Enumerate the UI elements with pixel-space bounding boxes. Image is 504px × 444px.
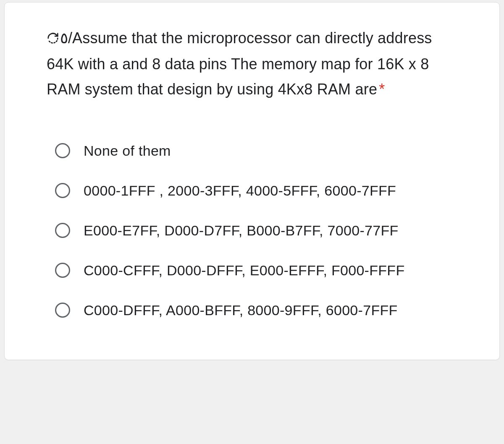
option-c000-dfff[interactable]: C000-DFFF, A000-BFFF, 8000-9FFF, 6000-7F… bbox=[47, 290, 457, 330]
question-header: ٥/Assume that the microprocessor can dir… bbox=[47, 26, 457, 102]
question-prefix: ٥/ bbox=[60, 29, 72, 47]
option-label: None of them bbox=[84, 143, 171, 159]
radio-icon[interactable] bbox=[55, 263, 70, 278]
option-label: C000-DFFF, A000-BFFF, 8000-9FFF, 6000-7F… bbox=[84, 302, 398, 319]
option-label: C000-CFFF, D000-DFFF, E000-EFFF, F000-FF… bbox=[84, 262, 405, 279]
radio-icon[interactable] bbox=[55, 303, 70, 318]
options-group: None of them 0000-1FFF , 2000-3FFF, 4000… bbox=[47, 131, 457, 330]
option-none[interactable]: None of them bbox=[47, 131, 457, 171]
option-label: 0000-1FFF , 2000-3FFF, 4000-5FFF, 6000-7… bbox=[84, 183, 396, 199]
option-0000[interactable]: 0000-1FFF , 2000-3FFF, 4000-5FFF, 6000-7… bbox=[47, 171, 457, 211]
refresh-icon bbox=[47, 27, 59, 52]
option-c000-cfff[interactable]: C000-CFFF, D000-DFFF, E000-EFFF, F000-FF… bbox=[47, 251, 457, 290]
required-mark: * bbox=[379, 81, 385, 98]
radio-icon[interactable] bbox=[55, 143, 70, 158]
question-text: ٥/Assume that the microprocessor can dir… bbox=[47, 26, 457, 102]
question-body: Assume that the microprocessor can direc… bbox=[47, 29, 432, 98]
option-label: E000-E7FF, D000-D7FF, B000-B7FF, 7000-77… bbox=[84, 222, 399, 239]
question-card: ٥/Assume that the microprocessor can dir… bbox=[4, 2, 500, 360]
radio-icon[interactable] bbox=[55, 183, 70, 198]
radio-icon[interactable] bbox=[55, 223, 70, 238]
option-e000[interactable]: E000-E7FF, D000-D7FF, B000-B7FF, 7000-77… bbox=[47, 211, 457, 251]
